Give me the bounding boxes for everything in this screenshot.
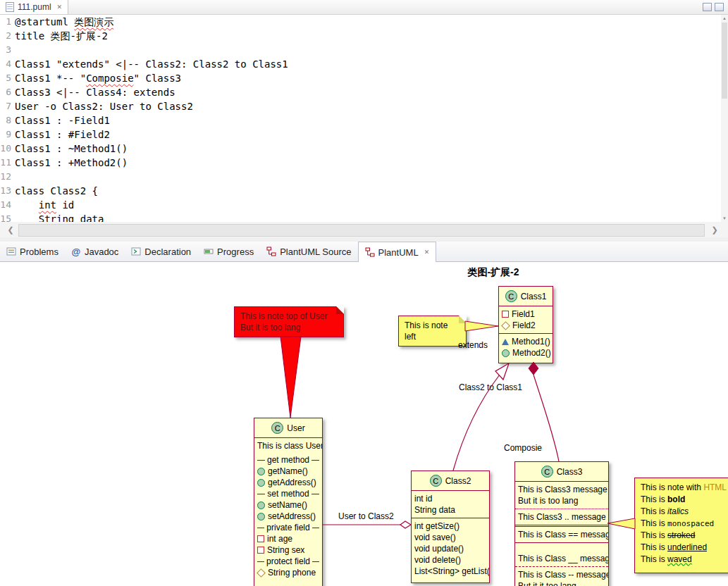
- package-method-icon: [502, 339, 509, 345]
- note-text: This is bold: [641, 494, 728, 506]
- note-text: This is note top of User: [240, 311, 338, 322]
- member-group-separator: protect field: [257, 556, 319, 567]
- line-number: 15: [0, 212, 15, 222]
- code-line: 1@startuml 类图演示: [0, 15, 728, 29]
- code-line: 12: [0, 170, 728, 184]
- class2-fields: int id String data: [412, 491, 489, 518]
- class-circle-icon: C: [505, 290, 517, 302]
- scroll-left-icon[interactable]: [3, 222, 18, 237]
- class3-section: This Class3 .. message: [515, 509, 608, 525]
- field-row: Field1: [502, 308, 550, 320]
- tab-plantuml[interactable]: PlantUML ✕: [358, 242, 437, 262]
- maximize-view-icon[interactable]: [715, 3, 724, 11]
- inheritance-arrow-icon: [495, 363, 509, 380]
- private-field-icon: [257, 547, 264, 554]
- field-row: String data: [414, 504, 486, 516]
- editor-tab-111-puml[interactable]: 111.puml ✕: [0, 0, 68, 14]
- tab-label: Declaration: [144, 247, 191, 257]
- public-method-icon: [257, 501, 265, 509]
- note-fold-icon: [459, 316, 467, 323]
- line-number: 8: [0, 113, 15, 127]
- text-row: This is Class -- message: [518, 569, 605, 580]
- tab-label: Progress: [217, 247, 254, 257]
- red-note-pointer: [280, 337, 301, 418]
- tab-close-icon[interactable]: ✕: [57, 4, 63, 11]
- user-header: C User: [254, 418, 322, 438]
- tab-javadoc[interactable]: Javadoc: [65, 242, 125, 261]
- class-circle-icon: C: [271, 422, 283, 434]
- text-row: This is Class == message: [518, 529, 605, 540]
- line-number: 14: [0, 198, 15, 212]
- user-name: User: [287, 423, 304, 433]
- scroll-down-icon[interactable]: [721, 215, 728, 222]
- code-editor[interactable]: 1@startuml 类图演示 2title 类图-扩展-2 3 4Class1…: [0, 15, 728, 222]
- editor-horizontal-scrollbar[interactable]: [0, 222, 728, 237]
- protected-field-icon: [257, 568, 266, 578]
- code-line: 3: [0, 43, 728, 57]
- method-row: void save(): [414, 532, 486, 543]
- protected-field-icon: [501, 321, 510, 330]
- method-row: getAddress(): [257, 477, 319, 488]
- scroll-up-icon[interactable]: [721, 15, 728, 22]
- code-line: 5Class1 *-- "Composie" Class3: [0, 71, 728, 85]
- note-text: This is underlined: [641, 542, 728, 554]
- tab-problems[interactable]: Problems: [0, 242, 65, 261]
- code-line: 7User -o Class2: User to Class2: [0, 99, 728, 113]
- code-line: 9Class1 : #Field2: [0, 127, 728, 142]
- line-number: 6: [0, 85, 15, 99]
- class-circle-icon: C: [430, 475, 442, 487]
- tab-label: Javadoc: [85, 247, 118, 257]
- note-text: This is note with HTML: [641, 482, 728, 494]
- class1-methods: Method1() Method2(): [499, 333, 553, 361]
- tab-label: PlantUML Source: [280, 247, 351, 257]
- private-field-icon: [257, 535, 264, 542]
- line-number: 4: [0, 57, 15, 71]
- line-number: 13: [0, 184, 15, 198]
- method-row: void delete(): [414, 554, 486, 566]
- vertical-scroll-thumb[interactable]: [722, 23, 727, 99]
- class-circle-icon: C: [541, 466, 553, 478]
- line-number: 12: [0, 170, 15, 184]
- tab-plantuml-source[interactable]: PlantUML Source: [260, 242, 357, 261]
- tab-declaration[interactable]: Declaration: [125, 242, 197, 261]
- line-number: 11: [0, 156, 15, 170]
- code-line: 4Class1 "extends" <|-- Class2: Class2 to…: [0, 57, 728, 71]
- class3-section: This is Class -- message But it it too l…: [515, 566, 608, 586]
- class3-name: Class3: [557, 467, 583, 477]
- public-method-icon: [502, 349, 510, 357]
- plantuml-source-icon: [266, 247, 276, 256]
- tab-close-icon[interactable]: ✕: [424, 249, 430, 256]
- note-html-right-of-class3: This is note with HTML This is bold This…: [634, 478, 728, 573]
- note-text: This is note left: [405, 320, 460, 342]
- text-row: This is Class3 message: [518, 484, 605, 495]
- field-row: int age: [257, 533, 319, 544]
- field-row: String sex: [257, 544, 319, 556]
- method-row: Method1(): [502, 336, 550, 347]
- code-line: 15 String data: [0, 212, 728, 222]
- note-left-of-class1: This is note left: [398, 316, 467, 347]
- aggregation-diamond-icon: [400, 521, 411, 528]
- text-row: This Class3 .. message: [518, 511, 605, 523]
- class1-fields: Field1 Field2: [499, 306, 553, 333]
- horizontal-scroll-thumb[interactable]: [18, 224, 705, 237]
- code-line: 8Class1 : -Field1: [0, 113, 728, 127]
- minimize-view-icon[interactable]: [703, 3, 712, 11]
- code-line: 13class Class2 {: [0, 184, 728, 198]
- tab-progress[interactable]: Progress: [197, 242, 260, 261]
- class3-section: This is Class __ message: [515, 542, 608, 566]
- editor-vertical-scrollbar[interactable]: [721, 15, 728, 222]
- edge-label-extends: extends: [458, 340, 488, 350]
- class1-header: C Class1: [499, 287, 553, 306]
- public-method-icon: [257, 468, 265, 475]
- class-box-user: C User This is class User get method get…: [254, 418, 323, 586]
- method-row: int getSize(): [414, 520, 486, 532]
- method-row: setName(): [257, 499, 319, 511]
- plantuml-icon: [365, 247, 375, 257]
- declaration-icon: [131, 247, 141, 256]
- class-box-class3: C Class3 This is Class3 message But it i…: [514, 461, 609, 586]
- plantuml-diagram-canvas: 类图-扩展-2 C Class1 Field1 Field2 Method1()…: [0, 262, 728, 586]
- method-row: List<String> getList(): [414, 566, 486, 577]
- text-row: But it is too lang: [518, 495, 605, 506]
- progress-icon: [204, 247, 214, 256]
- scroll-right-icon[interactable]: [707, 222, 722, 237]
